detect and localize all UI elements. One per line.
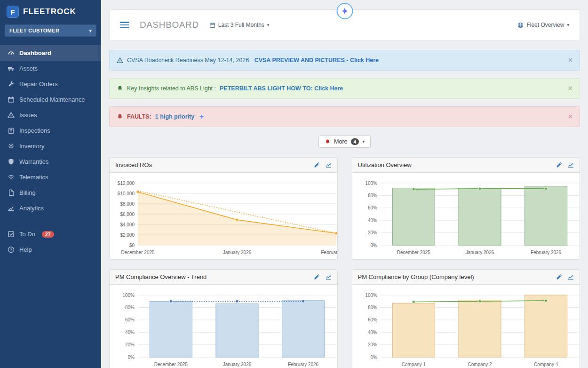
fleet-customer-label: FLEET CUSTOMER [9, 28, 59, 33]
sidebar-item-issues[interactable]: Issues [0, 107, 101, 123]
svg-text:January 2026: January 2026 [223, 250, 252, 255]
close-icon[interactable]: × [568, 85, 572, 92]
sidebar-item-scheduled-maintenance[interactable]: Scheduled Maintenance [0, 92, 101, 107]
svg-text:$12,000: $12,000 [118, 181, 135, 186]
svg-text:January 2026: January 2026 [223, 362, 252, 367]
svg-text:100%: 100% [365, 293, 377, 298]
chart-canvas: 0%20%40%60%80%100%December 2025January 2… [356, 178, 580, 257]
alert-text: Key Insights related to ABS Light : [127, 85, 216, 92]
warning-triangle-icon [8, 112, 15, 119]
pencil-icon [556, 162, 562, 168]
chart-card-pm-compliance-group: PM Compliance by Group (Company level) 0… [352, 269, 580, 368]
svg-text:20%: 20% [367, 342, 377, 347]
ai-assistant-button[interactable] [336, 3, 353, 19]
wrench-icon [8, 80, 15, 88]
sidebar-item-repair-orders[interactable]: Repair Orders [0, 76, 101, 92]
more-count-badge: 4 [351, 138, 359, 145]
sidebar-item-billing[interactable]: Billing [0, 185, 101, 200]
svg-text:December 2025: December 2025 [121, 250, 155, 255]
edit-chart-button[interactable] [314, 274, 320, 280]
line-chart-icon [568, 274, 574, 280]
sidebar-item-inspections[interactable]: Inspections [0, 123, 101, 138]
edit-chart-button[interactable] [556, 162, 562, 168]
close-icon[interactable]: × [568, 56, 572, 64]
sidebar-item-inventory[interactable]: Inventory [0, 138, 101, 154]
alert-link[interactable]: 1 high priority [155, 113, 194, 120]
svg-text:100%: 100% [122, 293, 135, 298]
sidebar-item-label: Inventory [19, 143, 44, 150]
svg-text:December 2025: December 2025 [154, 362, 188, 367]
line-chart-icon [8, 205, 15, 212]
svg-text:$0: $0 [129, 243, 135, 248]
chart-type-button[interactable] [326, 162, 332, 168]
globe-icon [517, 22, 524, 28]
edit-chart-button[interactable] [556, 274, 562, 280]
sidebar-item-label: Warranties [19, 158, 48, 165]
pencil-icon [314, 274, 320, 280]
close-icon[interactable]: × [568, 113, 572, 120]
chart-title: Invoiced ROs [115, 161, 152, 168]
sidebar-item-label: Billing [19, 189, 36, 196]
alert-link[interactable]: CVSA PREVIEW AND PICTURES - Click Here [254, 57, 379, 64]
svg-text:60%: 60% [367, 317, 377, 322]
svg-text:20%: 20% [125, 342, 135, 347]
svg-text:Company 2: Company 2 [468, 362, 492, 367]
alert-key-insights: Key Insights related to ABS Light : PETE… [109, 78, 580, 99]
sidebar-footer-nav: To Do 27 ? Help [0, 226, 101, 257]
chevron-down-icon: ▾ [362, 139, 365, 144]
edit-chart-button[interactable] [314, 162, 320, 168]
alert-text: FAULTS: [127, 113, 151, 120]
sidebar-item-label: Issues [19, 112, 37, 119]
sidebar-item-label: Analytics [19, 205, 44, 212]
pencil-icon [556, 274, 562, 280]
chart-canvas: $0$2,000$4,000$6,000$8,000$10,000$12,000… [113, 178, 338, 257]
line-chart-icon [326, 162, 332, 168]
sidebar: F FLEETROCK FLEET CUSTOMER ▾ Dashboard A… [0, 0, 101, 368]
question-circle-icon: ? [8, 246, 15, 253]
svg-text:December 2025: December 2025 [397, 250, 430, 255]
truck-icon [8, 65, 15, 72]
svg-text:40%: 40% [367, 218, 377, 223]
svg-text:40%: 40% [125, 330, 135, 335]
chart-type-button[interactable] [326, 274, 332, 280]
sidebar-item-telematics[interactable]: Telematics [0, 169, 101, 185]
svg-text:February 2026: February 2026 [531, 250, 561, 255]
sidebar-item-assets[interactable]: Assets [0, 61, 101, 76]
sidebar-item-analytics[interactable]: Analytics [0, 200, 101, 216]
sidebar-nav: Dashboard Assets Repair Orders Scheduled… [0, 45, 101, 216]
check-square-icon [8, 231, 15, 238]
alert-faults: FAULTS: 1 high priority × [109, 106, 580, 127]
chart-type-button[interactable] [568, 274, 574, 280]
bell-icon [325, 139, 331, 145]
charts-grid: Invoiced ROs $0$2,000$4,000$6,000$8,000$… [109, 157, 580, 368]
sparkle-icon [341, 7, 349, 15]
sidebar-item-todo[interactable]: To Do 27 [0, 226, 101, 242]
svg-text:80%: 80% [367, 305, 377, 310]
calendar-icon [8, 96, 15, 103]
hamburger-menu-icon[interactable] [120, 22, 129, 28]
alert-link[interactable]: PETERBILT ABS LIGHT HOW TO: Click Here [220, 85, 343, 92]
svg-text:January 2026: January 2026 [465, 250, 494, 255]
sidebar-item-label: Help [19, 246, 32, 253]
scope-selector[interactable]: Fleet Overview ▾ [517, 22, 569, 28]
svg-text:?: ? [10, 248, 12, 252]
chart-type-button[interactable] [568, 162, 574, 168]
sparkle-icon [199, 114, 205, 120]
svg-text:100%: 100% [365, 181, 377, 186]
sidebar-item-dashboard[interactable]: Dashboard [0, 45, 101, 61]
chart-title: PM Compliance Overview - Trend [115, 273, 207, 280]
chevron-down-icon: ▾ [267, 23, 270, 27]
svg-text:80%: 80% [367, 193, 377, 198]
gear-icon [8, 143, 15, 150]
period-selector[interactable]: Last 3 Full Months ▾ [209, 22, 270, 28]
more-alerts-button[interactable]: More 4 ▾ [318, 136, 371, 148]
sidebar-item-warranties[interactable]: Warranties [0, 154, 101, 169]
sidebar-item-help[interactable]: ? Help [0, 242, 101, 257]
svg-text:Company 4: Company 4 [534, 362, 558, 367]
svg-text:February 2026: February 2026 [288, 362, 318, 367]
bell-icon [117, 113, 123, 120]
invoiced-ros-chart: $0$2,000$4,000$6,000$8,000$10,000$12,000… [110, 173, 337, 259]
fleet-customer-dropdown[interactable]: FLEET CUSTOMER ▾ [5, 24, 96, 37]
sidebar-item-label: Telematics [19, 174, 48, 181]
logo[interactable]: F FLEETROCK [0, 0, 101, 23]
